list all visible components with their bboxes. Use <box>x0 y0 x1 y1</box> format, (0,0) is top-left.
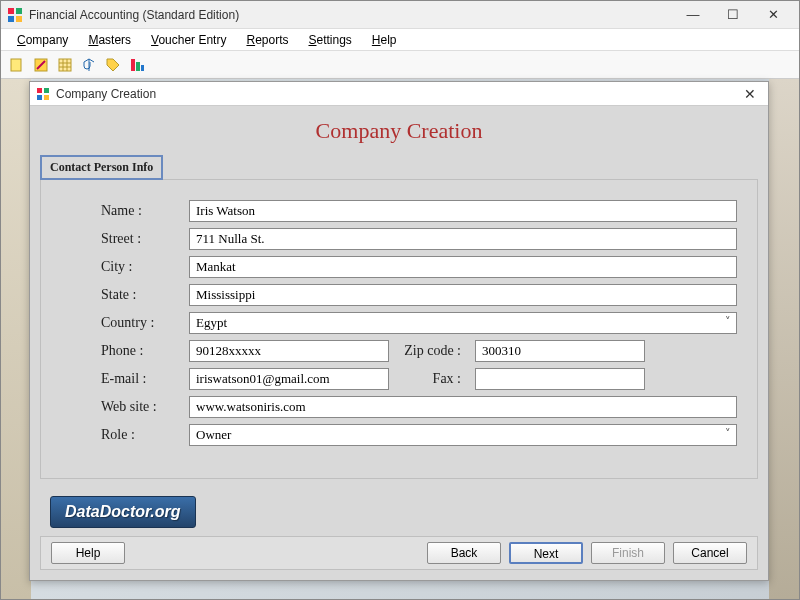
toolbar-report-icon[interactable] <box>127 55 147 75</box>
menu-help[interactable]: Help <box>362 31 407 49</box>
toolbar-new-icon[interactable] <box>7 55 27 75</box>
label-phone: Phone : <box>61 343 181 359</box>
minimize-button[interactable]: — <box>673 4 713 26</box>
svg-rect-0 <box>8 8 14 14</box>
label-street: Street : <box>61 231 181 247</box>
phone-field[interactable] <box>189 340 389 362</box>
menu-settings[interactable]: Settings <box>298 31 361 49</box>
menu-reports[interactable]: Reports <box>236 31 298 49</box>
form-panel: Name : Street : City : State : <box>40 179 758 479</box>
svg-rect-8 <box>136 62 140 71</box>
toolbar-tag-icon[interactable] <box>103 55 123 75</box>
svg-rect-10 <box>37 88 42 93</box>
label-email: E-mail : <box>61 371 181 387</box>
fax-field[interactable] <box>475 368 645 390</box>
svg-rect-12 <box>37 95 42 100</box>
dialog-button-row: Help Back Next Finish Cancel <box>40 536 758 570</box>
window-title: Financial Accounting (Standard Edition) <box>29 8 673 22</box>
label-role: Role : <box>61 427 181 443</box>
tab-contact-person-info[interactable]: Contact Person Info <box>40 155 163 180</box>
next-button[interactable]: Next <box>509 542 583 564</box>
background-decoration-left <box>1 79 31 599</box>
dialog-icon <box>36 87 50 101</box>
svg-rect-9 <box>141 65 144 71</box>
dialog-titlebar: Company Creation ✕ <box>30 82 768 106</box>
role-select[interactable] <box>189 424 737 446</box>
svg-rect-6 <box>59 59 71 71</box>
datadoctor-logo: DataDoctor.org <box>50 496 196 528</box>
svg-rect-3 <box>16 16 22 22</box>
toolbar-balance-icon[interactable] <box>79 55 99 75</box>
finish-button[interactable]: Finish <box>591 542 665 564</box>
dialog-close-button[interactable]: ✕ <box>738 86 762 102</box>
cancel-button[interactable]: Cancel <box>673 542 747 564</box>
svg-rect-4 <box>11 59 21 71</box>
label-website: Web site : <box>61 399 181 415</box>
menu-voucher-entry[interactable]: Voucher Entry <box>141 31 236 49</box>
svg-rect-7 <box>131 59 135 71</box>
dialog-heading: Company Creation <box>40 118 758 144</box>
toolbar-grid-icon[interactable] <box>55 55 75 75</box>
menubar: Company Masters Voucher Entry Reports Se… <box>1 29 799 51</box>
label-zip: Zip code : <box>397 343 467 359</box>
window-controls: — ☐ ✕ <box>673 4 793 26</box>
svg-rect-11 <box>44 88 49 93</box>
state-field[interactable] <box>189 284 737 306</box>
city-field[interactable] <box>189 256 737 278</box>
mdi-area: Company Creation ✕ Company Creation Cont… <box>1 79 799 599</box>
help-button[interactable]: Help <box>51 542 125 564</box>
app-icon <box>7 7 23 23</box>
label-fax: Fax : <box>397 371 467 387</box>
street-field[interactable] <box>189 228 737 250</box>
label-country: Country : <box>61 315 181 331</box>
titlebar: Financial Accounting (Standard Edition) … <box>1 1 799 29</box>
svg-rect-1 <box>16 8 22 14</box>
zip-field[interactable] <box>475 340 645 362</box>
dialog-body: Company Creation Contact Person Info Nam… <box>30 106 768 580</box>
label-state: State : <box>61 287 181 303</box>
menu-masters[interactable]: Masters <box>78 31 141 49</box>
svg-rect-13 <box>44 95 49 100</box>
email-field[interactable] <box>189 368 389 390</box>
country-select[interactable] <box>189 312 737 334</box>
label-name: Name : <box>61 203 181 219</box>
back-button[interactable]: Back <box>427 542 501 564</box>
name-field[interactable] <box>189 200 737 222</box>
main-window: Financial Accounting (Standard Edition) … <box>0 0 800 600</box>
dialog-title: Company Creation <box>56 87 738 101</box>
website-field[interactable] <box>189 396 737 418</box>
close-button[interactable]: ✕ <box>753 4 793 26</box>
label-city: City : <box>61 259 181 275</box>
background-decoration-right <box>769 79 799 599</box>
svg-rect-2 <box>8 16 14 22</box>
maximize-button[interactable]: ☐ <box>713 4 753 26</box>
toolbar <box>1 51 799 79</box>
menu-company[interactable]: Company <box>7 31 78 49</box>
toolbar-edit-icon[interactable] <box>31 55 51 75</box>
company-creation-dialog: Company Creation ✕ Company Creation Cont… <box>29 81 769 581</box>
